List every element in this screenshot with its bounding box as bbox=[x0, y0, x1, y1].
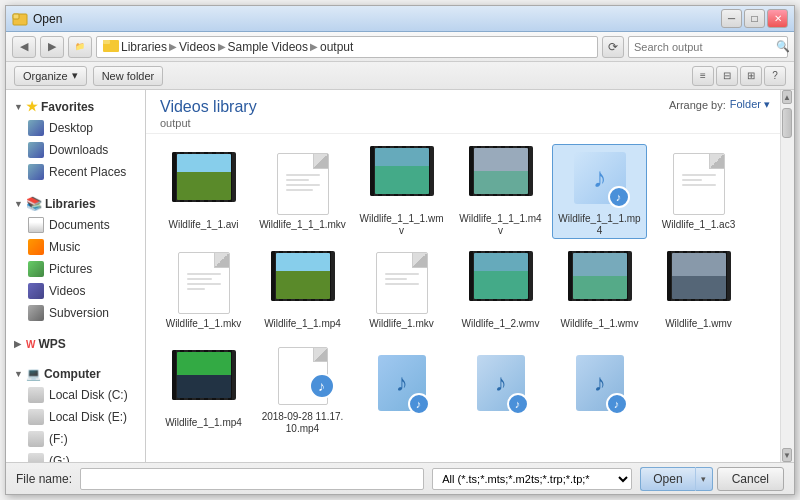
open-button[interactable]: Open bbox=[640, 467, 694, 491]
sidebar-wps-section: ▶ W WPS bbox=[6, 334, 145, 354]
sidebar-wps-header[interactable]: ▶ W WPS bbox=[6, 334, 145, 354]
desktop-icon bbox=[28, 120, 44, 136]
sidebar-item-downloads[interactable]: Downloads bbox=[6, 139, 145, 161]
organize-label: Organize bbox=[23, 70, 68, 82]
file-item-9[interactable]: Wildlife_1_2.wmv bbox=[453, 243, 548, 338]
computer-arrow-icon: ▼ bbox=[14, 369, 23, 379]
file-item-13[interactable]: ♪ 2018-09-28 11.17.10.mp4 bbox=[255, 342, 350, 437]
file-icon-12 bbox=[172, 350, 236, 414]
favorites-arrow-icon: ▼ bbox=[14, 102, 23, 112]
arrange-value[interactable]: Folder ▾ bbox=[730, 98, 770, 111]
music-icon bbox=[28, 239, 44, 255]
search-box[interactable]: 🔍 bbox=[628, 36, 788, 58]
breadcrumb-sample-videos[interactable]: Sample Videos bbox=[228, 40, 309, 54]
back-button[interactable]: ◀ bbox=[12, 36, 36, 58]
breadcrumb[interactable]: Libraries ▶ Videos ▶ Sample Videos ▶ out… bbox=[96, 36, 598, 58]
sidebar-item-e-drive[interactable]: Local Disk (E:) bbox=[6, 406, 145, 428]
file-label-4: Wildlife_1_1_1.mp4 bbox=[557, 213, 642, 237]
file-item-8[interactable]: Wildlife_1.mkv bbox=[354, 243, 449, 338]
maximize-button[interactable]: □ bbox=[744, 9, 765, 28]
breadcrumb-videos[interactable]: Videos bbox=[179, 40, 215, 54]
new-folder-button[interactable]: New folder bbox=[93, 66, 164, 86]
breadcrumb-libraries[interactable]: Libraries bbox=[121, 40, 167, 54]
sidebar-item-subversion[interactable]: Subversion bbox=[6, 302, 145, 324]
file-icon-16: ♪ ♪ bbox=[568, 351, 632, 415]
sidebar-item-g-drive[interactable]: (G:) bbox=[6, 450, 145, 462]
window-icon bbox=[12, 11, 28, 27]
wps-label: WPS bbox=[38, 337, 65, 351]
file-icon-0 bbox=[172, 152, 236, 216]
sidebar-item-c-drive[interactable]: Local Disk (C:) bbox=[6, 384, 145, 406]
file-item-3[interactable]: Wildlife_1_1_1.m4v bbox=[453, 144, 548, 239]
file-item-12[interactable]: Wildlife_1_1.mp4 bbox=[156, 342, 251, 437]
file-label-6: Wildlife_1_1.mkv bbox=[166, 318, 242, 330]
file-item-15[interactable]: ♪ ♪ bbox=[453, 342, 548, 437]
svg-rect-1 bbox=[13, 14, 19, 19]
libraries-label: Libraries bbox=[45, 197, 96, 211]
forward-button[interactable]: ▶ bbox=[40, 36, 64, 58]
view-grid-button[interactable]: ⊞ bbox=[740, 66, 762, 86]
file-label-9: Wildlife_1_2.wmv bbox=[462, 318, 540, 330]
sidebar-favorites-header[interactable]: ▼ ★ Favorites bbox=[6, 96, 145, 117]
folder-icon: 📁 bbox=[75, 42, 85, 51]
file-item-4[interactable]: ♪ ♪ Wildlife_1_1_1.mp4 bbox=[552, 144, 647, 239]
file-item-10[interactable]: Wildlife_1_1.wmv bbox=[552, 243, 647, 338]
sidebar-item-documents[interactable]: Documents bbox=[6, 214, 145, 236]
content-scrollbar[interactable]: ▲ ▼ bbox=[780, 90, 794, 462]
close-button[interactable]: ✕ bbox=[767, 9, 788, 28]
sidebar-subversion-label: Subversion bbox=[49, 306, 109, 320]
minimize-button[interactable]: ─ bbox=[721, 9, 742, 28]
sidebar-recent-label: Recent Places bbox=[49, 165, 126, 179]
content-header: Videos library output bbox=[146, 90, 780, 134]
organize-button[interactable]: Organize ▾ bbox=[14, 66, 87, 86]
file-item-5[interactable]: Wildlife_1_1.ac3 bbox=[651, 144, 746, 239]
sidebar-computer-header[interactable]: ▼ 💻 Computer bbox=[6, 364, 145, 384]
content-header-wrapper: Videos library output Arrange by: Folder… bbox=[146, 90, 780, 134]
sidebar-libraries-header[interactable]: ▼ 📚 Libraries bbox=[6, 193, 145, 214]
help-button[interactable]: ? bbox=[764, 66, 786, 86]
sidebar-item-desktop[interactable]: Desktop bbox=[6, 117, 145, 139]
cancel-button[interactable]: Cancel bbox=[717, 467, 784, 491]
pictures-icon bbox=[28, 261, 44, 277]
sidebar-item-videos[interactable]: Videos bbox=[6, 280, 145, 302]
file-icon-5 bbox=[667, 152, 731, 216]
sidebar-item-music[interactable]: Music bbox=[6, 236, 145, 258]
sidebar-desktop-label: Desktop bbox=[49, 121, 93, 135]
sidebar-item-recent-places[interactable]: Recent Places bbox=[6, 161, 145, 183]
breadcrumb-output[interactable]: output bbox=[320, 40, 353, 54]
search-input[interactable] bbox=[634, 41, 772, 53]
file-label-3: Wildlife_1_1_1.m4v bbox=[457, 213, 544, 237]
file-label-0: Wildlife_1_1.avi bbox=[168, 219, 238, 231]
search-icon: 🔍 bbox=[776, 40, 790, 53]
up-button[interactable]: 📁 bbox=[68, 36, 92, 58]
file-icon-6 bbox=[172, 251, 236, 315]
file-label-11: Wildlife_1.wmv bbox=[665, 318, 732, 330]
view-details-button[interactable]: ≡ bbox=[692, 66, 714, 86]
sidebar-item-f-drive[interactable]: (F:) bbox=[6, 428, 145, 450]
file-item-1[interactable]: Wildlife_1_1_1.mkv bbox=[255, 144, 350, 239]
file-item-7[interactable]: Wildlife_1_1.mp4 bbox=[255, 243, 350, 338]
breadcrumb-sep1: ▶ bbox=[169, 41, 177, 52]
file-item-14[interactable]: ♪ ♪ bbox=[354, 342, 449, 437]
refresh-button[interactable]: ⟳ bbox=[602, 36, 624, 58]
file-item-11[interactable]: Wildlife_1.wmv bbox=[651, 243, 746, 338]
bottom-bar: File name: All (*.ts;*.mts;*.m2ts;*.trp;… bbox=[6, 462, 794, 494]
file-item-2[interactable]: Wildlife_1_1_1.wmv bbox=[354, 144, 449, 239]
file-label-5: Wildlife_1_1.ac3 bbox=[662, 219, 735, 231]
file-item-16[interactable]: ♪ ♪ bbox=[552, 342, 647, 437]
title-bar: Open ─ □ ✕ bbox=[6, 6, 794, 32]
sidebar-item-pictures[interactable]: Pictures bbox=[6, 258, 145, 280]
open-dialog: Open ─ □ ✕ ◀ ▶ 📁 Libraries ▶ Videos ▶ Sa… bbox=[5, 5, 795, 495]
open-arrow-button[interactable]: ▾ bbox=[695, 467, 713, 491]
filename-input[interactable] bbox=[80, 468, 424, 490]
videos-icon bbox=[28, 283, 44, 299]
window-controls: ─ □ ✕ bbox=[721, 9, 788, 28]
f-drive-icon bbox=[28, 431, 44, 447]
computer-label: Computer bbox=[44, 367, 101, 381]
svg-rect-3 bbox=[103, 40, 110, 44]
view-list-button[interactable]: ⊟ bbox=[716, 66, 738, 86]
file-item-6[interactable]: Wildlife_1_1.mkv bbox=[156, 243, 251, 338]
filetype-select[interactable]: All (*.ts;*.mts;*.m2ts;*.trp;*.tp;* Vide… bbox=[432, 468, 632, 490]
file-icon-4: ♪ ♪ bbox=[568, 146, 632, 210]
file-item-0[interactable]: Wildlife_1_1.avi bbox=[156, 144, 251, 239]
